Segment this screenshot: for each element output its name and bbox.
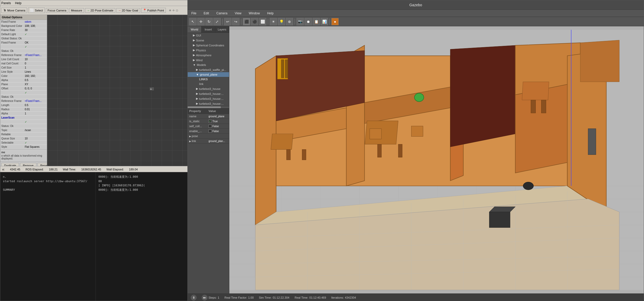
remove-button[interactable]: Remove	[20, 163, 36, 166]
gz-spot-light-tool[interactable]: 💡	[278, 18, 285, 25]
measure-button[interactable]: Measure	[69, 8, 84, 13]
rename-button[interactable]: Rename	[37, 163, 47, 166]
gz-pause-button[interactable]: ⏸	[191, 295, 197, 300]
check-value-3[interactable]: ✓	[25, 120, 46, 123]
gz-tree-physics[interactable]: ▶ Physics	[188, 48, 229, 53]
gz-tree-wind[interactable]: ▶ Wind	[188, 58, 229, 63]
status-ok-label: Status: Ok	[1, 50, 25, 52]
toolbar-circle-icon[interactable]: ○	[176, 8, 178, 13]
selectable-check[interactable]: ✓	[25, 141, 46, 144]
selectable-row: Selectable ✓	[0, 141, 47, 145]
fixed-frame-ok-row: Fixed Frame OK	[0, 41, 47, 45]
gz-undo-tool[interactable]: ↩	[224, 18, 231, 25]
gz-enable-checkbox[interactable]: ☐	[209, 130, 212, 133]
gz-menu-edit[interactable]: Edit	[202, 11, 211, 16]
gz-tab-insert[interactable]: Insert	[201, 26, 215, 33]
gz-redo-tool[interactable]: ↪	[232, 18, 239, 25]
gz-tree-models[interactable]: ▼ Models	[188, 63, 229, 67]
gz-tree-scrollbar[interactable]	[188, 106, 229, 108]
status-ok-row: Status: Ok	[0, 49, 47, 53]
publish-point-button[interactable]: 📍 Publish Point	[141, 8, 166, 13]
2d-nav-goal-button[interactable]: → 2D Nav Goal	[116, 8, 140, 13]
2d-pose-estimate-button[interactable]: → 2D Pose Estimate	[85, 8, 115, 13]
gz-log-tool[interactable]: 📋	[313, 18, 320, 25]
gz-tree-spherical[interactable]: ▶ Spherical Coordinates	[188, 43, 229, 48]
gz-tree-house3[interactable]: ▶ turtlebot3_house:...	[188, 96, 229, 101]
gz-point-light-tool[interactable]: ☀	[270, 18, 277, 25]
gz-menu-help[interactable]: Help	[266, 11, 275, 16]
ros-elapsed-value: 188.21	[49, 168, 58, 171]
cell-size-row: Cell Size 1	[0, 66, 47, 70]
gz-tree-links[interactable]: LINKS	[188, 77, 229, 82]
gz-prop-link-row[interactable]: link ground_plan...	[188, 139, 229, 144]
gz-tree-link[interactable]: link	[188, 82, 229, 86]
gz-tree-house1[interactable]: ▶ turtlebot3_house	[188, 86, 229, 91]
select-button[interactable]: ⬜ Select	[28, 8, 45, 13]
gz-record-tool[interactable]: ⏺	[305, 18, 312, 25]
gz-box-tool[interactable]: ⬛	[243, 18, 250, 25]
gz-tree-house2[interactable]: ▶ turtlebot3_house:...	[188, 91, 229, 96]
gz-tree-arrow-gui: ▶	[193, 34, 195, 37]
gz-static-checkbox[interactable]: ✓	[209, 120, 212, 123]
gz-tree-turtlebot3-waffle[interactable]: ▶ turtlebot3_waffle_pi...	[188, 67, 229, 72]
gz-plot-tool[interactable]: 📊	[321, 18, 328, 25]
gz-directional-light-tool[interactable]: ⊕	[286, 18, 293, 25]
gz-sphere-tool[interactable]: ⚫	[251, 18, 258, 25]
gz-menu-camera[interactable]: Camera	[215, 11, 229, 16]
toolbar-plus-icon[interactable]: +	[169, 8, 171, 13]
check-value-1[interactable]: ✓	[25, 45, 46, 48]
select-label: Select	[35, 9, 43, 12]
gz-tree-scrollbar-thumb[interactable]	[188, 106, 221, 108]
check-value-2[interactable]: ✓	[25, 91, 46, 94]
default-light-row: Default Light ✓	[0, 32, 47, 36]
gz-tree-label-house1: turtlebot3_house	[199, 87, 220, 90]
default-light-check[interactable]: ✓	[25, 33, 46, 36]
gz-tree-scene[interactable]: ▶ Scene	[188, 38, 229, 43]
gz-tree-atmosphere[interactable]: ▶ Atmosphere	[188, 53, 229, 58]
cell-size-value: 1	[25, 66, 46, 69]
gz-orange-tool[interactable]: ●	[331, 18, 339, 25]
gz-cylinder-tool[interactable]: ⬜	[259, 18, 266, 25]
gz-select-tool[interactable]: ↖	[189, 18, 197, 25]
gz-tree-arrow-physics: ▶	[193, 48, 195, 52]
gz-menu-window[interactable]: Window	[247, 11, 262, 16]
laserscan-row: LaserScan	[0, 116, 47, 120]
gz-translate-tool[interactable]: ✛	[197, 18, 205, 25]
gz-tree-arrow-models: ▼	[193, 63, 196, 66]
console-left-text: n. started roslaunch server http://zbw-u…	[1, 173, 94, 194]
gz-menu-view[interactable]: View	[233, 11, 243, 16]
gz-tree-gui[interactable]: ▶ GUI	[188, 33, 229, 38]
gazebo-3d-viewport[interactable]	[229, 26, 644, 293]
normal-cell-count-label: mal Cell Count	[1, 62, 25, 65]
gz-step-button[interactable]: ⏭	[202, 295, 207, 300]
gz-tree-house4[interactable]: ▶ turtlebot3_house:...	[188, 101, 229, 106]
rviz-menu-panels[interactable]: Panels	[1, 1, 11, 5]
gz-tab-world[interactable]: World	[188, 26, 201, 33]
gazebo-menubar: File Edit Camera View Window Help	[188, 10, 644, 17]
line-style-value: Lines	[25, 70, 46, 73]
gz-tree-label-turtlebot3-waffle: turtlebot3_waffle_pi...	[199, 68, 226, 71]
rviz-left-panel: Global Options Fixed Frame odom Backgrou…	[0, 15, 47, 166]
gz-prop-pose-row[interactable]: pose	[188, 134, 229, 139]
gz-screenshot-tool[interactable]: 📷	[296, 18, 304, 25]
gz-rotate-tool[interactable]: ↻	[205, 18, 213, 25]
gz-prop-name-row: name ground_plane	[188, 114, 229, 119]
gz-pause-item: ⏸	[191, 295, 197, 300]
rviz-menu-help[interactable]: Help	[15, 1, 22, 5]
gz-tree-ground-plane[interactable]: ▼ ground_plane	[188, 72, 229, 77]
gz-menu-file[interactable]: File	[190, 11, 198, 16]
ref-frame-row-2: Reference Frame <Fixed Fram...	[0, 99, 47, 103]
gz-tab-layers[interactable]: Layers	[215, 26, 229, 33]
check-row-3: ✓	[0, 120, 47, 124]
frame-desc-section: me o which all data is transformed eing …	[0, 149, 47, 162]
gz-tree-arrow-wind: ▶	[193, 58, 195, 62]
gz-steps-value: 1	[218, 296, 219, 299]
reliable-label: Reliable	[1, 133, 25, 136]
focus-camera-button[interactable]: Focus Camera	[46, 8, 68, 13]
toolbar-divide-icon[interactable]: ÷	[172, 8, 175, 13]
offset-label: Offset	[1, 87, 25, 90]
move-camera-button[interactable]: 🖱 Move Camera	[1, 8, 27, 13]
gz-scale-tool[interactable]: ⤢	[213, 18, 221, 25]
duplicate-button[interactable]: Duplicate	[1, 163, 19, 166]
gz-selfcoll-checkbox[interactable]: ☐	[209, 125, 212, 128]
